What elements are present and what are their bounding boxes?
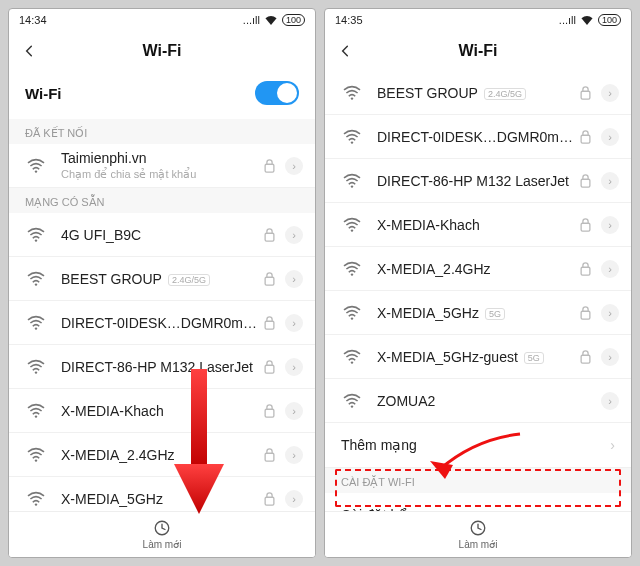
svg-rect-30 xyxy=(581,311,590,319)
wifi-ssid: DIRECT-86-HP M132 LaserJet xyxy=(61,359,264,375)
svg-point-23 xyxy=(351,185,353,187)
screen-right: 14:35 ...ıll 100 Wi-Fi BEEST GROUP2.4G/5… xyxy=(324,8,632,558)
add-network-row[interactable]: Thêm mạng › xyxy=(325,423,631,468)
section-connected: ĐÃ KẾT NỐI xyxy=(9,119,315,144)
details-chevron[interactable]: › xyxy=(601,348,619,366)
refresh-button[interactable]: Làm mới xyxy=(9,511,315,557)
wifi-icon xyxy=(25,359,47,375)
section-available: MẠNG CÓ SẴN xyxy=(9,188,315,213)
advanced-settings-row[interactable]: Cài đặt bổ sung › xyxy=(325,493,631,511)
details-chevron[interactable]: › xyxy=(285,226,303,244)
svg-point-0 xyxy=(35,170,37,172)
svg-point-29 xyxy=(351,317,353,319)
wifi-network-row[interactable]: 4G UFI_B9C› xyxy=(9,213,315,257)
wifi-icon xyxy=(25,403,47,419)
details-chevron[interactable]: › xyxy=(285,157,303,175)
lock-icon xyxy=(264,316,275,330)
wifi-network-row[interactable]: DIRECT-0IDESK…DGMR0msUW› xyxy=(9,301,315,345)
wifi-network-row[interactable]: X-MEDIA-Khach› xyxy=(325,203,631,247)
wifi-ssid: X-MEDIA-Khach xyxy=(61,403,264,419)
svg-rect-3 xyxy=(265,233,274,241)
wifi-ssid: BEEST GROUP2.4G/5G xyxy=(61,271,264,287)
svg-point-31 xyxy=(351,361,353,363)
status-icons: ...ıll 100 xyxy=(559,14,621,26)
details-chevron[interactable]: › xyxy=(285,490,303,508)
refresh-button[interactable]: Làm mới xyxy=(325,511,631,557)
lock-icon xyxy=(264,448,275,462)
wifi-network-row[interactable]: DIRECT-86-HP M132 LaserJet› xyxy=(9,345,315,389)
connected-ssid: Taimienphi.vn xyxy=(61,150,264,166)
wifi-network-row[interactable]: BEEST GROUP2.4G/5G› xyxy=(325,71,631,115)
details-chevron[interactable]: › xyxy=(601,392,619,410)
details-chevron[interactable]: › xyxy=(601,84,619,102)
lock-icon xyxy=(580,306,591,320)
status-time: 14:35 xyxy=(335,14,363,26)
svg-rect-24 xyxy=(581,179,590,187)
wifi-icon xyxy=(341,305,363,321)
lock-icon xyxy=(580,86,591,100)
details-chevron[interactable]: › xyxy=(285,314,303,332)
details-chevron[interactable]: › xyxy=(285,270,303,288)
page-title: Wi-Fi xyxy=(325,42,631,60)
wifi-switch-on[interactable] xyxy=(255,81,299,105)
svg-point-21 xyxy=(351,141,353,143)
wifi-network-row[interactable]: X-MEDIA_5GHz5G› xyxy=(325,291,631,335)
details-chevron[interactable]: › xyxy=(601,304,619,322)
wifi-network-row[interactable]: X-MEDIA_2.4GHz› xyxy=(9,433,315,477)
wifi-ssid: X-MEDIA_5GHz-guest5G xyxy=(377,349,580,365)
wifi-icon xyxy=(341,173,363,189)
lock-icon xyxy=(580,262,591,276)
connected-network-row[interactable]: Taimienphi.vn Chạm để chia sẻ mật khẩu › xyxy=(9,144,315,188)
chevron-icon: › xyxy=(610,437,615,453)
details-chevron[interactable]: › xyxy=(285,446,303,464)
wifi-network-row[interactable]: DIRECT-0IDESK…DGMR0msUW› xyxy=(325,115,631,159)
title-bar: Wi-Fi xyxy=(325,31,631,71)
wifi-icon xyxy=(341,217,363,233)
wifi-network-row[interactable]: X-MEDIA-Khach› xyxy=(9,389,315,433)
details-chevron[interactable]: › xyxy=(601,128,619,146)
svg-rect-9 xyxy=(265,365,274,373)
svg-point-25 xyxy=(351,229,353,231)
wifi-icon xyxy=(341,349,363,365)
back-button[interactable] xyxy=(9,31,49,71)
details-chevron[interactable]: › xyxy=(285,358,303,376)
svg-rect-13 xyxy=(265,453,274,461)
refresh-icon xyxy=(153,519,171,537)
wifi-ssid: DIRECT-0IDESK…DGMR0msUW xyxy=(61,315,264,331)
details-chevron[interactable]: › xyxy=(601,216,619,234)
wifi-network-row[interactable]: X-MEDIA_2.4GHz› xyxy=(325,247,631,291)
wifi-ssid: X-MEDIA_5GHz5G xyxy=(377,305,580,321)
svg-point-14 xyxy=(35,503,37,505)
svg-point-19 xyxy=(351,97,353,99)
svg-rect-7 xyxy=(265,321,274,329)
connected-hint: Chạm để chia sẻ mật khẩu xyxy=(61,168,264,181)
back-button[interactable] xyxy=(325,31,365,71)
wifi-toggle-row[interactable]: Wi-Fi xyxy=(9,71,315,119)
details-chevron[interactable]: › xyxy=(601,172,619,190)
wifi-toggle-label: Wi-Fi xyxy=(25,85,62,102)
details-chevron[interactable]: › xyxy=(601,260,619,278)
svg-point-6 xyxy=(35,327,37,329)
svg-point-33 xyxy=(351,405,353,407)
wifi-network-row[interactable]: X-MEDIA_5GHz› xyxy=(9,477,315,511)
wifi-ssid: ZOMUA2 xyxy=(377,393,601,409)
wifi-ssid: DIRECT-0IDESK…DGMR0msUW xyxy=(377,129,580,145)
svg-point-10 xyxy=(35,415,37,417)
wifi-network-row[interactable]: DIRECT-86-HP M132 LaserJet› xyxy=(325,159,631,203)
svg-rect-22 xyxy=(581,135,590,143)
status-bar: 14:35 ...ıll 100 xyxy=(325,9,631,31)
refresh-icon xyxy=(469,519,487,537)
screen-left: 14:34 ...ıll 100 Wi-Fi Wi-Fi ĐÃ KẾT NỐI xyxy=(8,8,316,558)
title-bar: Wi-Fi xyxy=(9,31,315,71)
wifi-network-row[interactable]: X-MEDIA_5GHz-guest5G› xyxy=(325,335,631,379)
wifi-network-row[interactable]: BEEST GROUP2.4G/5G› xyxy=(9,257,315,301)
wifi-network-row[interactable]: ZOMUA2› xyxy=(325,379,631,423)
wifi-ssid: X-MEDIA-Khach xyxy=(377,217,580,233)
svg-rect-11 xyxy=(265,409,274,417)
wifi-icon xyxy=(341,261,363,277)
details-chevron[interactable]: › xyxy=(285,402,303,420)
page-title: Wi-Fi xyxy=(9,42,315,60)
wifi-icon xyxy=(25,227,47,243)
svg-point-2 xyxy=(35,239,37,241)
svg-rect-1 xyxy=(265,164,274,172)
